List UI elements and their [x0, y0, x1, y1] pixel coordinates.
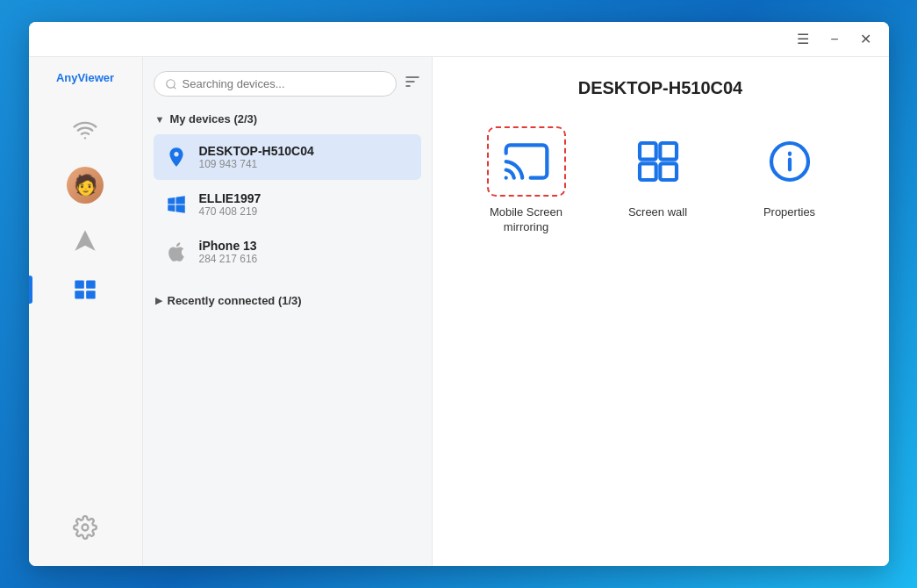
device-info-iphone: iPhone 13 284 217 616 [199, 239, 258, 265]
svg-rect-13 [640, 143, 656, 160]
svg-marker-1 [75, 230, 95, 250]
avatar: 🧑 [67, 167, 104, 204]
sort-button[interactable] [404, 73, 421, 95]
app-logo: AnyViewer [56, 71, 114, 84]
grid-icon [634, 137, 683, 186]
close-button[interactable]: ✕ [856, 31, 875, 48]
chevron-right-icon: ▶ [155, 295, 162, 306]
device-item-desktop[interactable]: DESKTOP-H510C04 109 943 741 [154, 134, 421, 180]
main-content: AnyViewer 🧑 [29, 57, 889, 566]
main-area: DESKTOP-H510C04 Mobile Screenmirroring [433, 57, 889, 566]
svg-rect-15 [640, 163, 656, 180]
search-box[interactable] [154, 71, 397, 97]
actions-grid: Mobile Screenmirroring Screen wall [461, 126, 861, 235]
properties-icon-wrap [750, 126, 829, 197]
app-window: ☰ − ✕ AnyViewer 🧑 [29, 22, 889, 566]
info-icon [765, 137, 814, 186]
my-devices-label: My devices (2/3) [169, 112, 257, 125]
sidebar: AnyViewer 🧑 [29, 57, 143, 566]
search-row [154, 71, 421, 97]
device-id-iphone: 284 217 616 [199, 253, 258, 265]
device-item-ellie[interactable]: ELLIE1997 470 408 219 [154, 182, 421, 227]
svg-point-6 [82, 525, 89, 531]
device-info-ellie: ELLIE1997 470 408 219 [199, 191, 261, 218]
svg-point-7 [166, 79, 174, 87]
cast-icon [502, 137, 551, 186]
active-indicator [29, 276, 32, 304]
device-name-desktop: DESKTOP-H510C04 [199, 144, 314, 158]
chevron-down-icon: ▼ [155, 114, 165, 125]
my-devices-list: DESKTOP-H510C04 109 943 741 ELLIE1997 47… [154, 134, 421, 275]
windows-icon [162, 190, 190, 219]
device-name-ellie: ELLIE1997 [199, 191, 261, 205]
action-card-mobile-mirror[interactable]: Mobile Screenmirroring [478, 126, 575, 235]
action-card-screen-wall[interactable]: Screen wall [610, 126, 706, 220]
minimize-button[interactable]: − [827, 31, 842, 48]
svg-rect-14 [660, 143, 677, 160]
search-icon [165, 78, 177, 90]
svg-rect-4 [75, 290, 84, 298]
device-item-iphone[interactable]: iPhone 13 284 217 616 [154, 229, 421, 275]
screen-wall-label: Screen wall [628, 205, 687, 220]
recently-connected-label: Recently connected (1/3) [168, 294, 302, 307]
window-controls: ☰ − ✕ [793, 31, 874, 48]
selected-device-title: DESKTOP-H510C04 [461, 78, 861, 98]
mobile-mirror-label: Mobile Screenmirroring [490, 205, 562, 235]
sidebar-item-send[interactable] [29, 216, 142, 265]
apple-icon [162, 238, 190, 266]
svg-rect-16 [660, 163, 677, 180]
location-icon [162, 143, 190, 171]
my-devices-header[interactable]: ▼ My devices (2/3) [154, 109, 421, 129]
screen-wall-icon-wrap [619, 126, 698, 197]
sidebar-item-remote[interactable] [29, 265, 142, 314]
sort-icon [404, 73, 421, 90]
sidebar-item-profile[interactable]: 🧑 [29, 154, 142, 216]
svg-rect-2 [75, 281, 84, 289]
sidebar-item-wifi[interactable] [29, 105, 142, 154]
recently-connected-header[interactable]: ▶ Recently connected (1/3) [154, 290, 421, 311]
device-info-desktop: DESKTOP-H510C04 109 943 741 [199, 144, 314, 170]
svg-rect-5 [86, 290, 96, 298]
title-bar: ☰ − ✕ [29, 22, 889, 57]
properties-label: Properties [763, 205, 815, 220]
svg-line-8 [173, 86, 176, 89]
device-name-iphone: iPhone 13 [199, 239, 258, 253]
menu-button[interactable]: ☰ [793, 31, 813, 48]
action-card-properties[interactable]: Properties [741, 126, 838, 220]
device-id-desktop: 109 943 741 [199, 158, 314, 170]
svg-rect-3 [86, 281, 96, 289]
sidebar-item-settings[interactable] [29, 503, 142, 552]
mobile-mirror-icon-wrap [487, 126, 566, 197]
search-input[interactable] [183, 77, 385, 90]
device-id-ellie: 470 408 219 [199, 205, 261, 218]
device-panel: ▼ My devices (2/3) DESKTOP-H510C04 109 9… [143, 57, 433, 566]
